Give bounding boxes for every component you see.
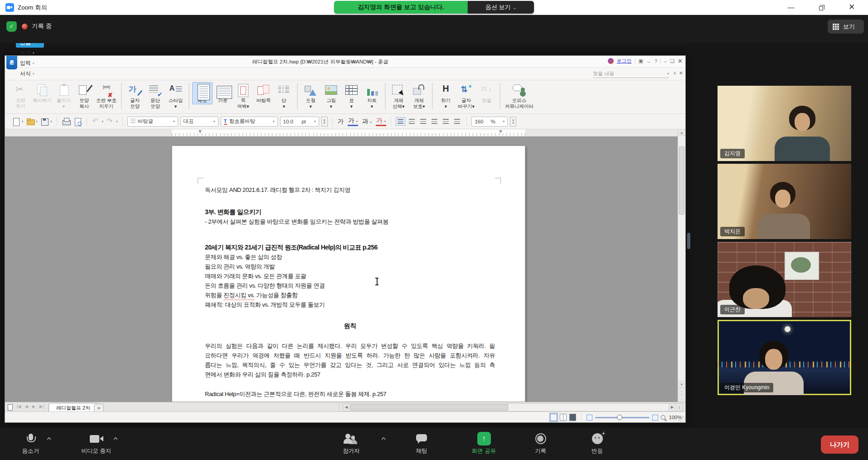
restore-button[interactable]: [810, 0, 831, 15]
toolbar-button[interactable]: 단▾: [274, 82, 294, 110]
view-single-page-icon[interactable]: [550, 414, 557, 421]
help-icon[interactable]: ?: [655, 59, 657, 64]
chat-button[interactable]: 채팅: [403, 431, 440, 455]
print-icon[interactable]: [62, 117, 71, 126]
view-fit-icon[interactable]: [569, 414, 576, 421]
redo-icon[interactable]: [106, 117, 115, 126]
char-format-button[interactable]: 가: [348, 117, 358, 126]
toolbar-button[interactable]: 오피스커뮤니케이터: [503, 82, 535, 110]
horizontal-ruler[interactable]: [5, 129, 685, 137]
page-down-button[interactable]: ↓: [678, 395, 685, 402]
toolbar-button[interactable]: [385, 83, 386, 109]
char-format-button[interactable]: 가: [376, 117, 386, 126]
font-select[interactable]: T함초롬바탕▾: [221, 117, 278, 127]
resize-grip[interactable]: [679, 416, 685, 422]
open-folder-icon[interactable]: [26, 117, 35, 126]
representative-style-select[interactable]: 대표▾: [180, 117, 218, 127]
participant-video[interactable]: 이근찬: [718, 242, 851, 317]
scroll-right-button[interactable]: ▶: [669, 404, 675, 411]
zoom-spinner[interactable]: ▲▼: [510, 117, 516, 127]
align-left-button[interactable]: [407, 117, 417, 126]
scroll-up-button[interactable]: ▲: [678, 129, 685, 136]
find-collapse-icon[interactable]: ∧: [673, 71, 676, 75]
participants-button[interactable]: 참가자 4: [326, 431, 376, 455]
toolbar-button[interactable]: 복사하기: [31, 82, 53, 104]
toolbar-button[interactable]: 개체보호▾: [409, 82, 429, 110]
fullscreen-icon[interactable]: ▣: [639, 58, 643, 64]
preview-icon[interactable]: [73, 117, 82, 126]
vertical-scrollbar[interactable]: ▲ ▼ ↑ ↓: [678, 129, 685, 402]
document-canvas[interactable]: 독서모임 AND 2021.6.17. 래디컬 헬프 2차 : 책지기 김지영3…: [5, 137, 679, 402]
view-facing-pages-icon[interactable]: [560, 414, 567, 421]
scroll-left-button[interactable]: ◀: [343, 404, 350, 411]
video-options-chevron[interactable]: ^: [113, 436, 117, 443]
mute-button[interactable]: 음소거: [9, 431, 52, 455]
scrollbar-thumb[interactable]: [350, 404, 508, 411]
zoom-level-select[interactable]: 160%▾: [471, 117, 508, 127]
first-tab-icon[interactable]: |◀: [17, 404, 21, 409]
mute-options-chevron[interactable]: ^: [47, 436, 51, 443]
toolbar-button[interactable]: [432, 83, 433, 109]
toolbar-button[interactable]: 가로: [213, 82, 233, 104]
split-handle[interactable]: |: [676, 404, 683, 411]
align-center-button[interactable]: [418, 117, 428, 126]
toolbar-button[interactable]: [499, 83, 500, 109]
view-layout-button[interactable]: 보기: [828, 20, 864, 34]
hwp-restore-button[interactable]: ❑: [670, 58, 674, 64]
share-screen-button[interactable]: ↑ 화면 공유: [460, 431, 508, 455]
menu-item[interactable]: 입력▾: [16, 58, 44, 69]
next-tab-icon[interactable]: ▶: [32, 404, 35, 409]
find-input[interactable]: 찾을 내용▾: [593, 70, 669, 78]
minimize-button[interactable]: —: [781, 0, 801, 15]
save-icon[interactable]: [40, 117, 49, 126]
align-divide-button[interactable]: [452, 117, 462, 126]
zoom-slider-knob[interactable]: [617, 415, 622, 420]
close-button[interactable]: ✕: [841, 0, 862, 15]
toolbar-button[interactable]: 찾기▾: [436, 82, 456, 110]
leave-meeting-button[interactable]: 나가기: [821, 436, 858, 454]
toolbar-button[interactable]: 개체선택▾: [388, 82, 409, 110]
scroll-down-button[interactable]: ▼: [678, 381, 685, 387]
record-button[interactable]: 기록: [521, 431, 560, 455]
paragraph-style-select[interactable]: 바탕글▾: [127, 117, 178, 127]
toolbar-button[interactable]: 표▾: [341, 82, 362, 110]
toolbar-button[interactable]: 쪽여백▾: [233, 82, 253, 110]
font-size-select[interactable]: 10.0pt▾: [280, 117, 319, 127]
find-close-icon[interactable]: ✕: [679, 70, 683, 76]
reactions-button[interactable]: 반응: [578, 431, 616, 455]
last-tab-icon[interactable]: ▶|: [39, 404, 44, 409]
new-document-icon[interactable]: [11, 117, 20, 126]
share-border-handle[interactable]: [687, 233, 690, 249]
view-options-button[interactable]: 옵션 보기⌄: [468, 1, 534, 14]
zoom-out-button[interactable]: [587, 415, 592, 421]
scrollbar-thumb[interactable]: [679, 147, 684, 215]
toolbar-button[interactable]: 문단모양: [145, 82, 165, 110]
toolbar-button[interactable]: 도형▾: [301, 82, 321, 110]
stop-video-button[interactable]: 비디오 중지: [73, 431, 120, 455]
char-format-button[interactable]: 과: [362, 117, 372, 126]
fit-width-icon[interactable]: ↔: [646, 59, 651, 64]
hwp-close-button[interactable]: ✕: [678, 58, 683, 64]
char-format-button[interactable]: 가: [337, 117, 344, 126]
align-distribute-button[interactable]: [441, 117, 451, 126]
toolbar-button[interactable]: 바탕쪽: [253, 82, 274, 104]
toolbar-button[interactable]: 정렬: [476, 82, 497, 104]
security-shield-icon[interactable]: ✓: [6, 21, 17, 32]
toolbar-button[interactable]: 스타일▾: [165, 82, 186, 110]
undo-icon[interactable]: [92, 117, 101, 126]
hwp-minimize-button[interactable]: –: [664, 59, 667, 64]
zoom-slider[interactable]: [595, 417, 650, 418]
menu-item[interactable]: 보기▾: [16, 48, 44, 58]
participants-options-chevron[interactable]: ^: [381, 436, 385, 443]
toolbar-button[interactable]: [121, 83, 122, 109]
toolbar-button[interactable]: [297, 83, 298, 109]
toolbar-button[interactable]: 조판 부호지우기: [94, 82, 118, 110]
font-size-spinner[interactable]: ▲▼: [321, 117, 328, 127]
toolbar-button[interactable]: 오려두기: [10, 82, 31, 110]
toolbar-button[interactable]: 글자바꾸기▾: [456, 82, 476, 110]
toolbar-button[interactable]: 글자모양: [125, 82, 145, 110]
page-up-button[interactable]: ↑: [678, 388, 685, 395]
horizontal-scrollbar[interactable]: ◀ ▶ |: [343, 403, 683, 411]
document-page[interactable]: 독서모임 AND 2021.6.17. 래디컬 헬프 2차 : 책지기 김지영3…: [172, 146, 525, 402]
toolbar-button[interactable]: [189, 83, 189, 109]
